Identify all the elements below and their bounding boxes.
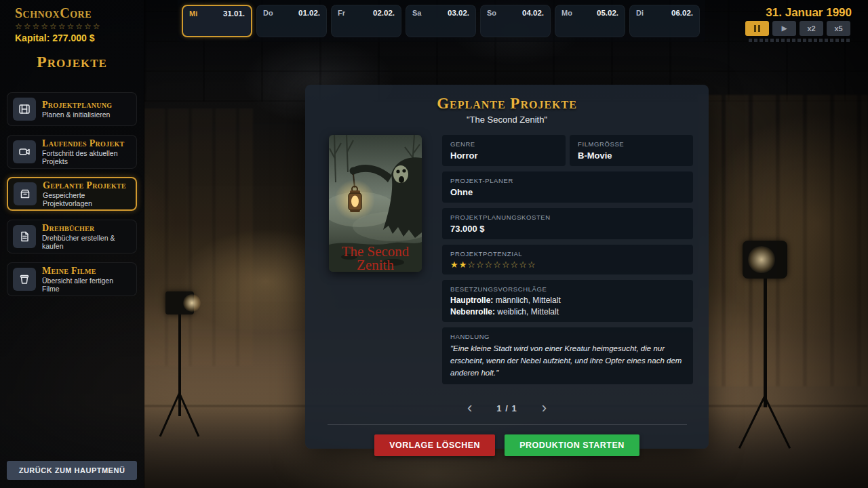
sidebar-item-projektplanung[interactable]: Projektplanung Planen & initialisieren: [7, 92, 137, 126]
timeline-day-so[interactable]: So 04.02.: [480, 5, 551, 37]
app-root: SchnoxCore ☆☆☆☆☆☆☆☆☆☆ Kapital: 277.000 $…: [0, 0, 868, 488]
project-planner-field: PROJEKT-PLANER Ohne: [442, 171, 693, 203]
timeline-day-do[interactable]: Do 01.02.: [256, 5, 327, 37]
actions-divider: [328, 424, 687, 425]
prev-template-button[interactable]: ‹: [467, 401, 472, 415]
sidebar: Projekte Projektplanung Planen & initial…: [0, 0, 144, 488]
timeline-day-di[interactable]: Di 06.02.: [629, 5, 700, 37]
timeline-day-mi[interactable]: Mi 31.01.: [182, 5, 252, 37]
film-frame-icon: [13, 98, 36, 121]
project-title: "The Second Zenith": [305, 115, 709, 125]
set-wall-left: [144, 108, 253, 366]
page-title: Projekte: [0, 53, 144, 71]
sidebar-item-geplante-projekte[interactable]: Geplante Projekte Gespeicherte Projektvo…: [7, 177, 137, 211]
current-date: 31. Januar 1990: [766, 6, 852, 20]
potential-stars: ★★☆☆☆☆☆☆☆☆: [450, 260, 685, 269]
document-icon: [13, 225, 36, 248]
play-icon: ▶: [782, 25, 787, 32]
pause-icon: [754, 25, 760, 32]
back-to-main-menu-button[interactable]: ZURÜCK ZUM HAUPTMENÜ: [7, 461, 137, 480]
timeline: Mi 31.01. Do 01.02. Fr 02.02. Sa 03.02. …: [178, 0, 705, 42]
speed-progress-dots: [749, 39, 850, 42]
movie-poster: The Second Zenith: [329, 135, 422, 272]
archive-box-icon: [14, 182, 37, 205]
studio-name: SchnoxCore: [15, 5, 102, 21]
studio-logo: SchnoxCore ☆☆☆☆☆☆☆☆☆☆ Kapital: 277.000 $: [15, 5, 102, 43]
video-camera-icon: [13, 140, 36, 163]
timeline-day-mo[interactable]: Mo 05.02.: [555, 5, 625, 37]
speed-x2-button[interactable]: x2: [800, 21, 823, 36]
play-button[interactable]: ▶: [772, 21, 796, 36]
geplante-projekte-modal: Geplante Projekte "The Second Zenith": [305, 85, 709, 449]
planning-cost-field: PROJEKTPLANUNGSKOSTEN 73.000 $: [442, 208, 693, 239]
project-potential-field: PROJEKTPOTENZIAL ★★☆☆☆☆☆☆☆☆: [442, 245, 693, 274]
main-role-line: Hauptrolle: männlich, Mittelalt: [450, 296, 685, 305]
film-size-field: FILMGRÖSSE B-Movie: [570, 135, 693, 166]
modal-actions: VORLAGE LÖSCHEN PRODUKTION STARTEN: [305, 434, 709, 456]
casting-suggestions-field: BESETZUNGSVORSCHLÄGE Hauptrolle: männlic…: [442, 280, 693, 322]
pause-button[interactable]: [745, 21, 769, 36]
studio-rating-stars: ☆☆☆☆☆☆☆☆☆☆: [15, 22, 102, 31]
sidebar-item-laufendes-projekt[interactable]: Laufendes Projekt Fortschritt des aktuel…: [7, 135, 137, 169]
page-indicator: 1 / 1: [496, 403, 517, 413]
speed-x5-button[interactable]: x5: [827, 21, 850, 36]
side-role-line: Nebenrolle: weiblich, Mittelalt: [450, 307, 685, 317]
modal-title: Geplante Projekte: [305, 95, 709, 113]
genre-field: GENRE Horror: [442, 135, 566, 166]
start-production-button[interactable]: PRODUKTION STARTEN: [505, 434, 639, 456]
timeline-day-sa[interactable]: Sa 03.02.: [406, 5, 476, 37]
project-details: GENRE Horror FILMGRÖSSE B-Movie PROJEKT-…: [442, 135, 693, 390]
next-template-button[interactable]: ›: [542, 401, 547, 415]
plot-field: HANDLUNG "Eine kleine Stadt wird von ein…: [442, 327, 693, 384]
delete-template-button[interactable]: VORLAGE LÖSCHEN: [374, 434, 495, 456]
template-pagination: ‹ 1 / 1 ›: [305, 401, 709, 415]
timeline-day-fr[interactable]: Fr 02.02.: [331, 5, 401, 37]
sidebar-item-drehbuecher[interactable]: Drehbücher Drehbücher erstellen & kaufen: [7, 220, 137, 253]
plot-text: "Eine kleine Stadt wird von einer Kreatu…: [450, 343, 685, 379]
speed-controls: ▶ x2 x5: [745, 21, 850, 36]
bucket-icon: [13, 268, 36, 291]
poster-title-line2: Zenith: [357, 257, 394, 272]
kapital-display: Kapital: 277.000 $: [15, 33, 102, 43]
sidebar-item-meine-filme[interactable]: Meine Filme Übersicht aller fertigen Fil…: [7, 262, 137, 296]
